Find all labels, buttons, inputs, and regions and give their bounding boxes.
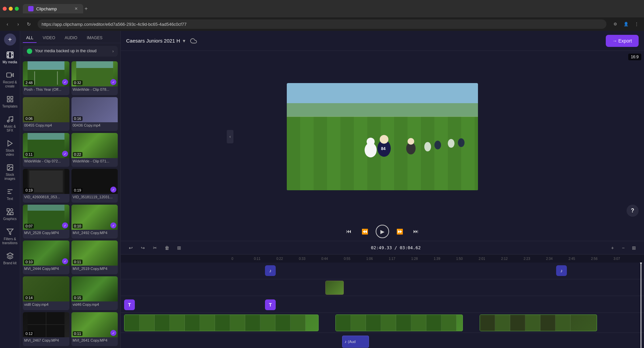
sidebar-item-stock-video[interactable]: Stock video	[1, 137, 19, 159]
undo-btn[interactable]: ↩	[126, 243, 136, 253]
list-item[interactable]: 0:11 MVI_2519 Copy.MP4	[71, 240, 118, 274]
sidebar-item-music[interactable]: Music & SFX	[1, 113, 19, 135]
media-duration: 0:14	[24, 295, 34, 300]
play-pause-btn[interactable]: ▶	[376, 225, 389, 238]
copy-btn[interactable]: ⊞	[174, 243, 184, 253]
rewind-btn[interactable]: ⏪	[360, 226, 370, 237]
svg-rect-26	[57, 71, 58, 85]
browser-chrome: Clipchamp ✕ +	[0, 0, 644, 17]
track-content	[121, 279, 644, 296]
media-duration: 0:11	[73, 331, 83, 336]
list-item[interactable]: 0:10 ✓ MVI_2444 Copy.MP4	[23, 240, 69, 274]
media-name: VID_42600818_053...	[23, 194, 69, 200]
sidebar-item-text[interactable]: Text	[1, 185, 19, 204]
grid-icon	[6, 95, 14, 103]
sidebar-label-record: Record & create	[3, 80, 17, 88]
cloud-save-btn[interactable]	[188, 36, 199, 46]
playhead[interactable]	[641, 263, 641, 348]
fast-forward-btn[interactable]: ⏩	[394, 226, 405, 237]
secondary-video-clip[interactable]	[335, 315, 463, 331]
back-btn[interactable]: ‹	[3, 19, 12, 29]
list-item[interactable]: 0:16 00436 Copy.mp4	[71, 97, 118, 131]
zoom-fit-btn[interactable]: ⊞	[629, 243, 639, 253]
delete-btn[interactable]: 🗑	[162, 243, 172, 253]
tab-all[interactable]: ALL	[23, 33, 37, 43]
media-duration: 0:12	[24, 331, 34, 336]
skip-to-end-btn[interactable]: ⏭	[411, 226, 421, 237]
svg-rect-0	[7, 52, 13, 58]
list-item[interactable]: 0:06 00455 Copy.mp4	[23, 97, 69, 131]
list-item[interactable]: 0:15 vid46 Copy.mp4	[71, 276, 118, 310]
svg-rect-32	[29, 170, 63, 192]
list-item[interactable]: 0:32 ✓ WideWide - Clip 078...	[71, 61, 118, 95]
menu-btn[interactable]: ⋮	[632, 19, 641, 29]
audio-clip-icon-2[interactable]: ♪	[556, 265, 567, 276]
media-duration: 0:07	[24, 224, 34, 228]
forward-btn[interactable]: ›	[13, 19, 23, 29]
media-thumbnail: 0:16	[71, 97, 118, 122]
list-item[interactable]: 0:12 MVI_2467 Copy.MP4	[23, 312, 69, 346]
text-clip-1[interactable]: T	[124, 299, 135, 310]
project-dropdown-btn[interactable]: ▾	[183, 38, 185, 44]
media-info-bar[interactable]: Your media backed up in the cloud ›	[23, 46, 118, 57]
tab-close-btn[interactable]: ✕	[74, 6, 78, 11]
media-check-icon: ✓	[110, 222, 116, 228]
sidebar-item-record[interactable]: Record & create	[1, 68, 19, 91]
list-item[interactable]: 0:10 ✓ MVI_2492 Copy.MP4	[71, 205, 118, 238]
list-item[interactable]: 0:07 ✓ MVI_2528 Copy.MP4	[23, 205, 69, 238]
tab-images[interactable]: IMAGES	[84, 33, 106, 43]
help-btn[interactable]: ?	[627, 205, 639, 217]
cut-btn[interactable]: ✂	[150, 243, 160, 253]
redo-btn[interactable]: ↪	[138, 243, 148, 253]
image-clip[interactable]	[325, 281, 344, 295]
new-tab-btn[interactable]: +	[85, 4, 88, 13]
media-name: vid8 Copy.mp4	[23, 301, 69, 307]
svg-point-50	[408, 138, 414, 145]
sidebar-item-filters[interactable]: Filters & transitions	[1, 225, 19, 248]
profile-btn[interactable]: 👤	[621, 19, 631, 29]
list-item[interactable]: 0:14 vid8 Copy.mp4	[23, 276, 69, 310]
panel-collapse-btn[interactable]: ‹	[227, 130, 233, 143]
list-item[interactable]: 0:19 VID_42600818_053...	[23, 169, 69, 203]
timeline-toolbar: ↩ ↪ ✂ 🗑 ⊞ 02:49.33 / 03:04.62 + − ⊞	[121, 241, 644, 255]
audio-clip-highlighted[interactable]: ♪ (Aud	[342, 336, 369, 348]
text-clip-2[interactable]: T	[265, 299, 276, 310]
tertiary-video-clip[interactable]	[480, 315, 597, 331]
media-tabs: ALL VIDEO AUDIO IMAGES	[20, 31, 120, 43]
sidebar-item-stock-images[interactable]: Stock images	[1, 161, 19, 184]
track-content: ♪ ♪	[121, 263, 644, 279]
main-video-clip[interactable]	[124, 315, 319, 331]
sidebar-item-graphics[interactable]: Graphics	[1, 205, 19, 224]
svg-point-54	[458, 138, 465, 147]
text-icon	[6, 188, 14, 196]
extensions-btn[interactable]: ⚙	[610, 19, 620, 29]
list-item[interactable]: 0:19 ✓ VID_35181119_12031...	[71, 169, 118, 203]
add-media-btn[interactable]: +	[4, 33, 16, 46]
active-tab[interactable]: Clipchamp ✕	[23, 4, 83, 13]
list-item[interactable]: 0:11 ✓ MVI_2641 Copy.MP4	[71, 312, 118, 346]
svg-point-47	[380, 135, 388, 144]
ruler-mark: 1:17	[388, 257, 411, 261]
sidebar-item-brand[interactable]: Brand kit	[1, 249, 19, 268]
export-btn[interactable]: → Export	[606, 35, 639, 47]
svg-rect-25	[34, 71, 35, 85]
tab-audio[interactable]: AUDIO	[61, 33, 81, 43]
sidebar-label-music: Music & SFX	[3, 125, 17, 133]
skip-to-start-btn[interactable]: ⏮	[343, 226, 354, 237]
media-check-icon: ✓	[62, 79, 68, 85]
svg-marker-19	[7, 212, 10, 215]
zoom-out-btn[interactable]: −	[619, 243, 628, 253]
media-duration: 0:11	[24, 152, 34, 157]
sidebar-item-templates[interactable]: Templates	[1, 92, 19, 111]
zoom-in-btn[interactable]: +	[608, 243, 617, 253]
list-item[interactable]: 0:11 ✓ WideWide - Clip 072...	[23, 133, 69, 167]
sidebar-item-my-media[interactable]: My media	[1, 48, 19, 67]
refresh-btn[interactable]: ↻	[24, 19, 34, 29]
address-bar[interactable]: https://app.clipchamp.com/editor/e6d7a56…	[38, 19, 606, 29]
list-item[interactable]: 0:22 WideWide - Clip 071...	[71, 133, 118, 167]
list-item[interactable]: 2:48 ✓ Posh - This Year (Off...	[23, 61, 69, 95]
svg-point-12	[7, 120, 9, 122]
audio-clip-icon[interactable]: ♪	[265, 265, 276, 276]
tab-video[interactable]: VIDEO	[39, 33, 58, 43]
sidebar-label-graphics: Graphics	[3, 217, 16, 221]
